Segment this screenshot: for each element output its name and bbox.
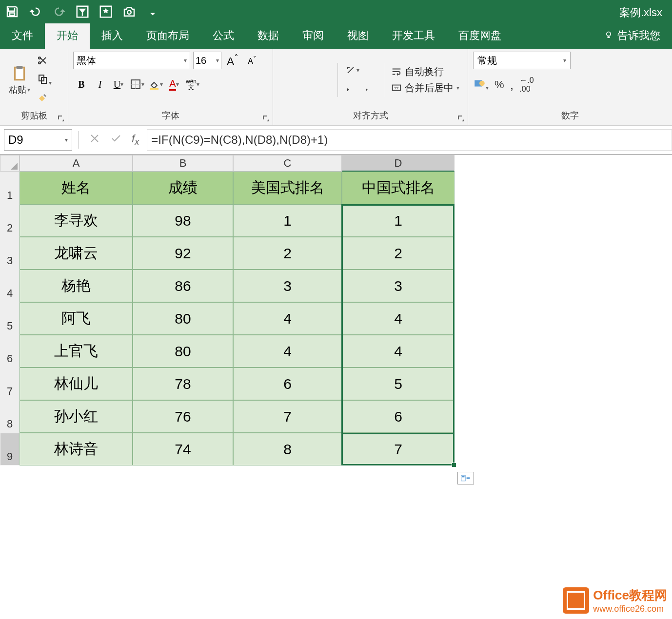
cell[interactable]: 3 bbox=[233, 270, 342, 302]
cell[interactable]: 4 bbox=[342, 302, 455, 335]
worksheet[interactable]: 1 2 3 4 5 6 7 8 9 A B C D 姓名 成绩 美国式排名 中国… bbox=[0, 155, 672, 465]
shrink-font-icon[interactable]: A˅ bbox=[244, 52, 260, 69]
tab-formula[interactable]: 公式 bbox=[201, 23, 246, 49]
cell[interactable]: 4 bbox=[342, 335, 455, 368]
formula-input[interactable]: =IF(N(C9)=N(C8),N(D8),N(D8)+1) bbox=[147, 129, 672, 151]
cell[interactable]: 1 bbox=[342, 204, 455, 237]
align-right-icon[interactable] bbox=[315, 81, 332, 97]
font-name-select[interactable]: 黑体▾ bbox=[73, 52, 190, 69]
percent-button[interactable]: % bbox=[494, 78, 504, 91]
row-header[interactable]: 3 bbox=[0, 237, 20, 270]
qat-more-icon[interactable] bbox=[145, 4, 160, 21]
cell[interactable]: 86 bbox=[133, 270, 233, 302]
align-bottom-icon[interactable] bbox=[315, 62, 332, 79]
copy-icon[interactable]: ▾ bbox=[37, 73, 52, 87]
tab-data[interactable]: 数据 bbox=[246, 23, 291, 49]
cut-icon[interactable] bbox=[37, 55, 52, 68]
cell[interactable]: 孙小红 bbox=[20, 400, 133, 433]
align-top-icon[interactable] bbox=[278, 62, 295, 79]
paste-button[interactable]: 粘贴▾ bbox=[5, 60, 34, 99]
camera-icon[interactable] bbox=[122, 4, 137, 21]
cell[interactable]: 7 bbox=[233, 400, 342, 433]
dialog-launcher-icon[interactable] bbox=[457, 115, 465, 122]
data-grid[interactable]: 姓名 成绩 美国式排名 中国式排名 李寻欢 98 1 1 龙啸云 92 2 2 … bbox=[20, 172, 455, 465]
cell[interactable]: 8 bbox=[233, 433, 342, 465]
increase-indent-icon[interactable] bbox=[362, 81, 379, 98]
align-center-icon[interactable] bbox=[296, 81, 313, 97]
merge-center-button[interactable]: 合并后居中▾ bbox=[391, 81, 459, 95]
quick-filter-icon[interactable] bbox=[75, 4, 90, 21]
cell[interactable]: 4 bbox=[233, 302, 342, 335]
cell[interactable]: 李寻欢 bbox=[20, 204, 133, 237]
format-painter-icon[interactable] bbox=[37, 92, 52, 105]
align-middle-icon[interactable] bbox=[296, 62, 313, 79]
row-header[interactable]: 4 bbox=[0, 270, 20, 302]
cell[interactable]: 98 bbox=[133, 204, 233, 237]
decrease-indent-icon[interactable] bbox=[344, 81, 360, 98]
cell[interactable]: 2 bbox=[233, 237, 342, 270]
col-header[interactable]: D bbox=[342, 155, 455, 172]
undo-icon[interactable] bbox=[28, 4, 43, 21]
tab-file[interactable]: 文件 bbox=[0, 23, 45, 49]
col-header[interactable]: B bbox=[133, 155, 233, 172]
wrap-text-button[interactable]: 自动换行 bbox=[391, 65, 459, 78]
cell[interactable]: 林诗音 bbox=[20, 433, 133, 465]
col-header[interactable]: A bbox=[20, 155, 133, 172]
row-header[interactable]: 2 bbox=[0, 204, 20, 237]
cell[interactable]: 中国式排名 bbox=[342, 172, 455, 204]
underline-button[interactable]: U▾ bbox=[110, 76, 127, 93]
increase-decimal-icon[interactable]: ←.0.00 bbox=[519, 76, 534, 94]
tab-layout[interactable]: 页面布局 bbox=[135, 23, 201, 49]
cell[interactable]: 3 bbox=[342, 270, 455, 302]
dialog-launcher-icon[interactable] bbox=[57, 115, 65, 122]
name-box[interactable]: D9▾ bbox=[4, 129, 72, 151]
cell[interactable]: 杨艳 bbox=[20, 270, 133, 302]
cell[interactable]: 6 bbox=[342, 400, 455, 433]
row-header[interactable]: 9 bbox=[0, 433, 20, 465]
row-header[interactable]: 1 bbox=[0, 172, 20, 204]
tab-tellme[interactable]: 告诉我您 bbox=[592, 23, 672, 49]
font-size-select[interactable]: 16▾ bbox=[193, 52, 221, 69]
col-header[interactable]: C bbox=[233, 155, 342, 172]
cell[interactable]: 龙啸云 bbox=[20, 237, 133, 270]
row-header[interactable]: 5 bbox=[0, 302, 20, 335]
grow-font-icon[interactable]: A˄ bbox=[224, 52, 241, 69]
italic-button[interactable]: I bbox=[92, 76, 108, 93]
enter-icon[interactable] bbox=[110, 133, 122, 147]
phonetic-icon[interactable]: wén文▾ bbox=[184, 76, 201, 93]
tab-home[interactable]: 开始 bbox=[45, 23, 90, 49]
cell[interactable]: 76 bbox=[133, 400, 233, 433]
tab-dev[interactable]: 开发工具 bbox=[380, 23, 447, 49]
cell[interactable]: 美国式排名 bbox=[233, 172, 342, 204]
fill-color-icon[interactable]: ▾ bbox=[147, 76, 164, 93]
tab-baidu[interactable]: 百度网盘 bbox=[447, 23, 513, 49]
font-color-icon[interactable]: A▾ bbox=[166, 76, 182, 93]
autofill-options-icon[interactable] bbox=[457, 472, 474, 484]
fill-handle[interactable] bbox=[452, 463, 456, 467]
cell[interactable]: 80 bbox=[133, 302, 233, 335]
cell[interactable]: 2 bbox=[342, 237, 455, 270]
row-header[interactable]: 8 bbox=[0, 400, 20, 433]
row-header[interactable]: 7 bbox=[0, 368, 20, 400]
cell[interactable]: 92 bbox=[133, 237, 233, 270]
cancel-icon[interactable] bbox=[89, 133, 100, 147]
comma-button[interactable]: , bbox=[510, 77, 514, 93]
cell[interactable]: 4 bbox=[233, 335, 342, 368]
bold-button[interactable]: B bbox=[73, 76, 90, 93]
align-left-icon[interactable] bbox=[278, 81, 295, 97]
cell[interactable]: 78 bbox=[133, 368, 233, 400]
dialog-launcher-icon[interactable] bbox=[262, 115, 270, 122]
cell[interactable]: 1 bbox=[233, 204, 342, 237]
save-icon[interactable] bbox=[5, 4, 20, 21]
select-all-corner[interactable] bbox=[0, 155, 20, 172]
tab-view[interactable]: 视图 bbox=[336, 23, 380, 49]
cell[interactable]: 6 bbox=[233, 368, 342, 400]
cell[interactable]: 74 bbox=[133, 433, 233, 465]
tab-insert[interactable]: 插入 bbox=[90, 23, 135, 49]
cell[interactable]: 上官飞 bbox=[20, 335, 133, 368]
cell[interactable]: 阿飞 bbox=[20, 302, 133, 335]
number-format-select[interactable]: 常规▾ bbox=[473, 52, 571, 69]
cell[interactable]: 成绩 bbox=[133, 172, 233, 204]
cell[interactable]: 姓名 bbox=[20, 172, 133, 204]
accounting-format-icon[interactable]: ▾ bbox=[473, 77, 489, 93]
